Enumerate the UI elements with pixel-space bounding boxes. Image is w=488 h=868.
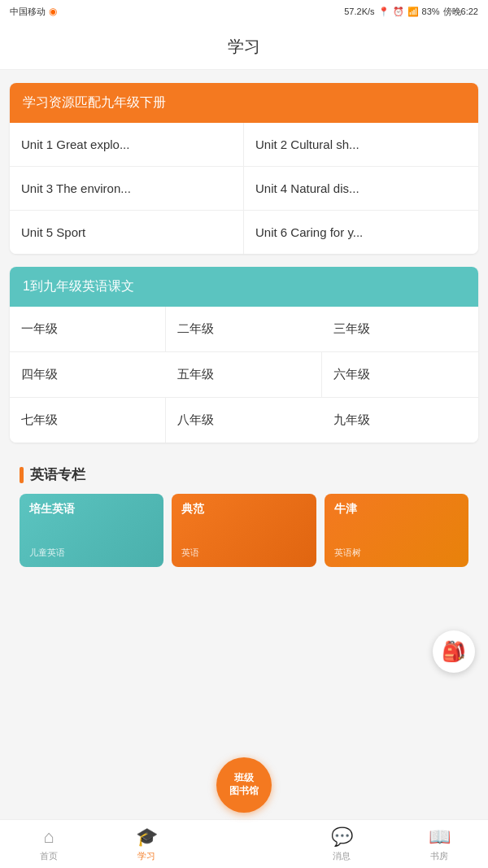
units-grid: Unit 1 Great explo... Unit 2 Cultural sh… xyxy=(10,123,478,254)
signal-icon: 📶 xyxy=(407,7,419,17)
classic-card-title: 典范 xyxy=(181,502,204,517)
status-bar: 中国移动 ◉ 57.2K/s 📍 ⏰ 📶 83% 傍晚6:22 xyxy=(0,0,488,23)
class-library-fab-button[interactable]: 班级 图书馆 xyxy=(216,757,272,813)
orange-bar-icon xyxy=(20,467,24,483)
grade-1-label: 一年级 xyxy=(21,321,58,335)
grades-section-title: 1到九年级英语课文 xyxy=(23,279,134,293)
unit-1-cell[interactable]: Unit 1 Great explo... xyxy=(10,123,244,167)
grade-9-label: 九年级 xyxy=(333,412,370,426)
fab-library-label-line2: 图书馆 xyxy=(229,785,259,798)
english-section-header: 英语专栏 xyxy=(20,465,468,484)
grade-4-cell[interactable]: 四年级 xyxy=(10,352,166,398)
unit-4-cell[interactable]: Unit 4 Natural dis... xyxy=(244,167,478,211)
messages-icon: 💬 xyxy=(331,827,353,848)
grade-3-cell[interactable]: 三年级 xyxy=(322,307,478,352)
bookroom-icon: 📖 xyxy=(429,827,451,848)
bottom-navigation: ⌂ 首页 🎓 学习 💬 消息 📖 书房 xyxy=(0,819,488,868)
nav-bookroom[interactable]: 📖 书房 xyxy=(390,822,488,867)
unit-5-label: Unit 5 Sport xyxy=(21,225,85,239)
page-title: 学习 xyxy=(228,37,260,55)
grade-2-label: 二年级 xyxy=(177,321,214,335)
study-label: 学习 xyxy=(137,850,155,862)
grade-4-label: 四年级 xyxy=(21,367,58,381)
messages-label: 消息 xyxy=(333,850,351,862)
grade-3-label: 三年级 xyxy=(333,321,370,335)
oxford-card-sub: 英语树 xyxy=(334,547,361,559)
carrier-label: 中国移动 xyxy=(10,6,46,18)
grade-7-label: 七年级 xyxy=(21,412,58,426)
grade-6-label: 六年级 xyxy=(333,367,370,381)
grade-5-label: 五年级 xyxy=(177,367,214,381)
grade-8-cell[interactable]: 八年级 xyxy=(166,398,322,443)
time-label: 傍晚6:22 xyxy=(443,6,478,18)
units-section-header: 学习资源匹配九年级下册 xyxy=(10,83,478,123)
pearson-card-sub: 儿童英语 xyxy=(29,547,65,559)
grade-9-cell[interactable]: 九年级 xyxy=(322,398,478,443)
nav-home[interactable]: ⌂ 首页 xyxy=(0,822,98,867)
unit-1-label: Unit 1 Great explo... xyxy=(21,137,129,151)
nav-messages[interactable]: 💬 消息 xyxy=(293,822,390,867)
location-icon: 📍 xyxy=(378,7,390,17)
home-icon: ⌂ xyxy=(43,827,54,848)
unit-4-label: Unit 4 Natural dis... xyxy=(255,181,359,195)
fab-library-label-line1: 班级 xyxy=(234,772,254,785)
unit-2-cell[interactable]: Unit 2 Cultural sh... xyxy=(244,123,478,167)
classic-card-sub: 英语 xyxy=(181,547,199,559)
pearson-card[interactable]: 培生英语 儿童英语 xyxy=(20,494,163,567)
unit-3-cell[interactable]: Unit 3 The environ... xyxy=(10,167,244,211)
english-section: 英语专栏 培生英语 儿童英语 典范 英语 牛津 英语树 xyxy=(10,456,478,577)
english-cards-container: 培生英语 儿童英语 典范 英语 牛津 英语树 xyxy=(20,494,468,567)
home-label: 首页 xyxy=(40,850,58,862)
pearson-card-title: 培生英语 xyxy=(29,502,75,517)
page-header: 学习 xyxy=(0,23,488,70)
battery-label: 83% xyxy=(422,7,440,16)
classic-card[interactable]: 典范 英语 xyxy=(172,494,316,567)
alarm-icon: ⏰ xyxy=(393,7,404,17)
grade-7-cell[interactable]: 七年级 xyxy=(10,398,166,443)
english-section-title: 英语专栏 xyxy=(30,465,85,484)
grades-section-header: 1到九年级英语课文 xyxy=(10,267,478,307)
grade-6-cell[interactable]: 六年级 xyxy=(322,352,478,398)
backpack-icon: 🎒 xyxy=(442,640,466,663)
oxford-card[interactable]: 牛津 英语树 xyxy=(325,494,468,567)
units-section-title: 学习资源匹配九年级下册 xyxy=(23,95,166,109)
oxford-card-title: 牛津 xyxy=(334,502,357,517)
unit-3-label: Unit 3 The environ... xyxy=(21,181,131,195)
network-speed: 57.2K/s xyxy=(344,7,374,16)
bookroom-label: 书房 xyxy=(430,850,448,862)
carrier-icon: ◉ xyxy=(49,6,57,17)
grades-grid: 一年级 二年级 三年级 四年级 五年级 六年级 七年级 八年级 xyxy=(10,307,478,443)
study-icon: 🎓 xyxy=(136,827,158,848)
grade-1-cell[interactable]: 一年级 xyxy=(10,307,166,352)
grades-section-card: 1到九年级英语课文 一年级 二年级 三年级 四年级 五年级 六年级 七年级 xyxy=(10,267,478,443)
grade-8-label: 八年级 xyxy=(177,412,214,426)
unit-5-cell[interactable]: Unit 5 Sport xyxy=(10,211,244,254)
backpack-fab-button[interactable]: 🎒 xyxy=(433,630,475,673)
grade-5-cell[interactable]: 五年级 xyxy=(166,352,322,398)
units-section-card: 学习资源匹配九年级下册 Unit 1 Great explo... Unit 2… xyxy=(10,83,478,254)
scroll-content: 学习资源匹配九年级下册 Unit 1 Great explo... Unit 2… xyxy=(0,70,488,590)
nav-study[interactable]: 🎓 学习 xyxy=(98,822,195,867)
unit-2-label: Unit 2 Cultural sh... xyxy=(255,137,359,151)
unit-6-cell[interactable]: Unit 6 Caring for y... xyxy=(244,211,478,254)
grade-2-cell[interactable]: 二年级 xyxy=(166,307,322,352)
unit-6-label: Unit 6 Caring for y... xyxy=(255,225,363,239)
